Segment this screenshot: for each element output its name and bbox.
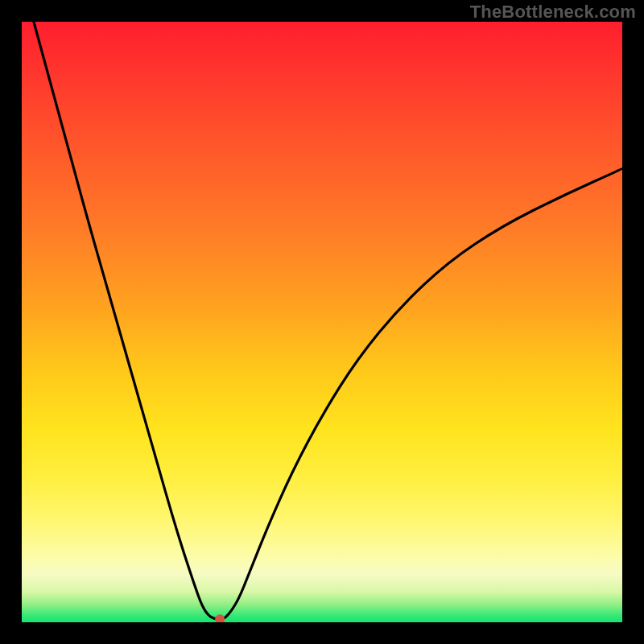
curve-svg (22, 22, 622, 622)
watermark-text: TheBottleneck.com (470, 2, 636, 23)
bottleneck-curve (34, 22, 622, 619)
plot-area (22, 22, 622, 622)
minimum-point-marker (215, 614, 225, 622)
chart-frame: TheBottleneck.com (0, 0, 644, 644)
